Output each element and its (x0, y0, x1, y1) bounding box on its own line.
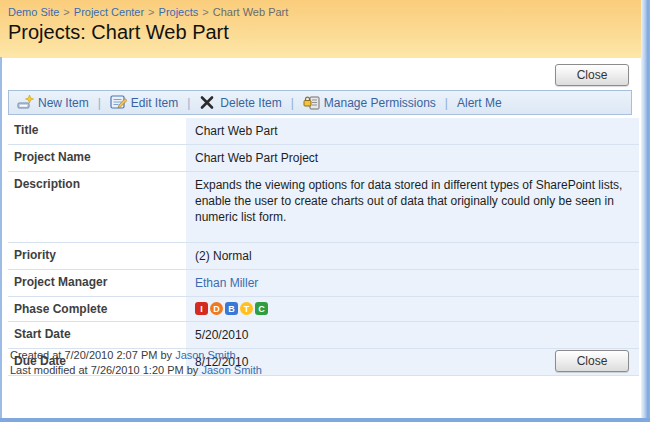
field-value: Chart Web Part (186, 118, 639, 144)
field-value: I D B T C (186, 297, 639, 321)
field-value: Expands the viewing options for data sto… (186, 172, 639, 242)
phase-badge-c: C (255, 302, 268, 315)
field-label: Title (8, 118, 186, 144)
field-value: Chart Web Part Project (186, 145, 639, 171)
phase-badge-t: T (240, 302, 253, 315)
created-by-link[interactable]: Jason Smith (175, 349, 236, 361)
breadcrumb-separator: > (63, 6, 69, 18)
field-label: Description (8, 172, 186, 242)
alert-me-button[interactable]: Alert Me (457, 96, 502, 110)
new-item-icon (17, 95, 34, 110)
page-title: Projects: Chart Web Part (8, 21, 641, 44)
page-border-right (641, 0, 650, 422)
field-value: (2) Normal (186, 243, 639, 269)
close-button-top[interactable]: Close (555, 64, 629, 86)
breadcrumb: Demo Site>Project Center>Projects>Chart … (8, 6, 641, 18)
modified-text: Last modified at 7/26/2010 1:20 PM by (10, 364, 198, 376)
close-button-bottom[interactable]: Close (555, 350, 629, 372)
page-border-left (0, 57, 2, 422)
toolbar-separator: | (187, 96, 190, 110)
modified-by-link[interactable]: Jason Smith (201, 364, 262, 376)
phase-badge-b: B (225, 302, 238, 315)
toolbar-separator: | (445, 96, 448, 110)
phase-badge-d: D (210, 302, 223, 315)
field-row-project-manager: Project Manager Ethan Miller (8, 270, 639, 297)
created-text: Created at 7/20/2010 2:07 PM by (10, 349, 172, 361)
alert-me-label: Alert Me (457, 96, 502, 110)
field-value: Ethan Miller (186, 270, 639, 296)
manage-permissions-button[interactable]: Manage Permissions (303, 95, 436, 110)
project-manager-link[interactable]: Ethan Miller (195, 276, 258, 290)
field-row-project-name: Project Name Chart Web Part Project (8, 145, 639, 172)
field-label: Start Date (8, 322, 186, 348)
item-metadata: Created at 7/20/2010 2:07 PM by Jason Sm… (10, 348, 262, 378)
toolbar-separator: | (291, 96, 294, 110)
field-label: Project Name (8, 145, 186, 171)
manage-permissions-label: Manage Permissions (324, 96, 436, 110)
page-border-bottom (0, 418, 650, 422)
field-value: 5/20/2010 (186, 322, 639, 348)
field-row-title: Title Chart Web Part (8, 118, 639, 145)
field-label: Phase Complete (8, 297, 186, 321)
new-item-button[interactable]: New Item (17, 95, 89, 110)
phase-badges: I D B T C (195, 302, 629, 315)
modified-line: Last modified at 7/26/2010 1:20 PM by Ja… (10, 363, 262, 378)
delete-item-label: Delete Item (220, 96, 281, 110)
page: Demo Site>Project Center>Projects>Chart … (0, 0, 650, 422)
field-row-start-date: Start Date 5/20/2010 (8, 322, 639, 349)
delete-item-icon (199, 95, 216, 110)
created-line: Created at 7/20/2010 2:07 PM by Jason Sm… (10, 348, 262, 363)
item-toolbar: New Item | Edit Item | (8, 90, 632, 115)
breadcrumb-demo-site[interactable]: Demo Site (8, 6, 59, 18)
delete-item-button[interactable]: Delete Item (199, 95, 281, 110)
page-header: Demo Site>Project Center>Projects>Chart … (0, 0, 641, 58)
breadcrumb-project-center[interactable]: Project Center (74, 6, 144, 18)
phase-badge-i: I (195, 302, 208, 315)
breadcrumb-projects[interactable]: Projects (159, 6, 199, 18)
toolbar-separator: | (98, 96, 101, 110)
edit-item-label: Edit Item (131, 96, 178, 110)
manage-permissions-icon (303, 95, 320, 110)
field-row-phase-complete: Phase Complete I D B T C (8, 297, 639, 322)
field-row-description: Description Expands the viewing options … (8, 172, 639, 243)
breadcrumb-separator: > (148, 6, 154, 18)
new-item-label: New Item (38, 96, 89, 110)
content-area: Close New Item | (2, 58, 638, 418)
breadcrumb-current: Chart Web Part (213, 6, 289, 18)
field-row-priority: Priority (2) Normal (8, 243, 639, 270)
breadcrumb-separator: > (202, 6, 208, 18)
field-label: Project Manager (8, 270, 186, 296)
field-label: Priority (8, 243, 186, 269)
item-fields-table: Title Chart Web Part Project Name Chart … (8, 118, 639, 376)
edit-item-icon (110, 95, 127, 110)
edit-item-button[interactable]: Edit Item (110, 95, 178, 110)
